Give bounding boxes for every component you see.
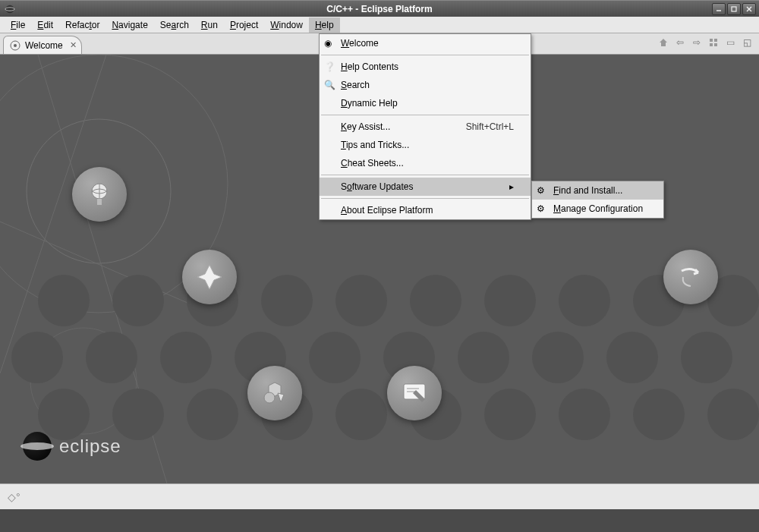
view-minimize-icon[interactable]: ▭ [724, 36, 736, 49]
svg-rect-3 [732, 7, 736, 11]
eclipse-orb-icon [23, 432, 52, 461]
help-icon: ❔ [324, 61, 336, 72]
whatsnew-star-icon[interactable] [182, 250, 237, 304]
menu-item-find-and-install[interactable]: ⚙Find and Install... [532, 181, 663, 200]
menu-refactor[interactable]: Refactor [59, 17, 106, 33]
menu-separator [321, 175, 529, 175]
menu-item-software-updates[interactable]: Software Updates▸ [320, 178, 531, 196]
maximize-button[interactable] [727, 3, 741, 15]
submenu-arrow-icon: ▸ [509, 181, 514, 192]
menu-item-manage-configuration[interactable]: ⚙Manage Configuration [532, 200, 663, 218]
menu-search[interactable]: Search [154, 17, 195, 33]
minimize-button[interactable] [712, 3, 726, 15]
menu-item-about-eclipse-platform[interactable]: About Eclipse Platform [320, 201, 531, 219]
menu-edit[interactable]: Edit [31, 17, 59, 33]
menu-separator [321, 198, 529, 199]
close-button[interactable] [742, 3, 756, 15]
view-toolbar: ⇦ ⇨ ▭ ◱ [657, 36, 753, 49]
menu-file[interactable]: File [5, 17, 31, 33]
svg-point-0 [6, 5, 14, 13]
window-titlebar: C/C++ - Eclipse Platform [0, 0, 759, 17]
menu-item-label: Search [341, 80, 370, 90]
tab-label: Welcome [25, 40, 63, 51]
forward-icon[interactable]: ⇨ [691, 36, 703, 49]
dot-row [0, 332, 759, 383]
home-icon[interactable] [657, 36, 669, 49]
menu-item-label: Help Contents [341, 61, 398, 72]
menu-item-label: Dynamic Help [341, 98, 398, 109]
menu-separator [321, 115, 529, 115]
menu-window[interactable]: Window [264, 17, 309, 33]
svg-point-20 [264, 392, 275, 403]
menu-bar: FileEditRefactorNavigateSearchRunProject… [0, 17, 759, 33]
samples-cubes-icon[interactable] [247, 366, 302, 420]
menu-item-label: Software Updates [341, 181, 413, 192]
svg-rect-9 [714, 39, 717, 42]
menu-item-help-contents[interactable]: ❔Help Contents [320, 58, 531, 76]
tutorials-board-icon[interactable] [387, 366, 442, 420]
menu-item-cheat-sheets[interactable]: Cheat Sheets... [320, 154, 531, 172]
workbench-arrow-icon[interactable] [663, 250, 718, 304]
tab-welcome[interactable]: Welcome ✕ [3, 36, 82, 54]
menu-item-label: Key Assist... [341, 121, 390, 132]
menu-item-dynamic-help[interactable]: Dynamic Help [320, 94, 531, 112]
status-indicator-icon[interactable]: ◇° [8, 491, 20, 503]
dot-row [0, 275, 759, 326]
find-install-icon: ⚙ [537, 185, 549, 196]
eclipse-logo: eclipse [23, 432, 121, 461]
overview-globe-icon[interactable] [72, 167, 127, 222]
app-icon [5, 4, 15, 14]
svg-rect-19 [97, 199, 102, 205]
menu-item-label: Tips and Tricks... [341, 140, 409, 150]
welcome-icon [10, 40, 20, 51]
menu-item-label: Welcome [341, 38, 379, 49]
menu-item-tips-and-tricks[interactable]: Tips and Tricks... [320, 136, 531, 154]
welcome-icon: ◉ [324, 38, 336, 49]
menu-navigate[interactable]: Navigate [106, 17, 153, 33]
menu-item-search[interactable]: 🔍Search [320, 76, 531, 94]
menu-item-label: Find and Install... [553, 185, 622, 196]
view-maximize-icon[interactable]: ◱ [741, 36, 753, 49]
close-icon[interactable]: ✕ [70, 40, 77, 50]
customize-icon[interactable] [707, 36, 720, 49]
menu-help[interactable]: Help [309, 17, 340, 33]
menu-item-label: Manage Configuration [553, 203, 643, 214]
menu-item-key-assist[interactable]: Key Assist...Shift+Ctrl+L [320, 118, 531, 136]
svg-rect-11 [714, 43, 717, 46]
menu-item-label: Cheat Sheets... [341, 158, 404, 168]
help-menu-dropdown: ◉Welcome❔Help Contents🔍SearchDynamic Hel… [319, 33, 531, 220]
menu-item-welcome[interactable]: ◉Welcome [320, 34, 531, 52]
menu-run[interactable]: Run [195, 17, 224, 33]
svg-rect-10 [710, 43, 713, 46]
menu-separator [321, 55, 529, 55]
svg-point-7 [14, 44, 17, 47]
eclipse-wordmark: eclipse [59, 436, 121, 457]
svg-rect-8 [710, 39, 713, 42]
status-bar: ◇° [0, 483, 759, 509]
shortcut-label: Shift+Ctrl+L [451, 121, 514, 132]
window-title: C/C++ - Eclipse Platform [326, 4, 432, 14]
search-icon: 🔍 [324, 80, 336, 90]
menu-item-label: About Eclipse Platform [341, 205, 433, 216]
back-icon[interactable]: ⇦ [674, 36, 686, 49]
menu-project[interactable]: Project [224, 17, 264, 33]
software-updates-submenu: ⚙Find and Install...⚙Manage Configuratio… [531, 181, 664, 219]
manage-config-icon: ⚙ [537, 203, 549, 214]
